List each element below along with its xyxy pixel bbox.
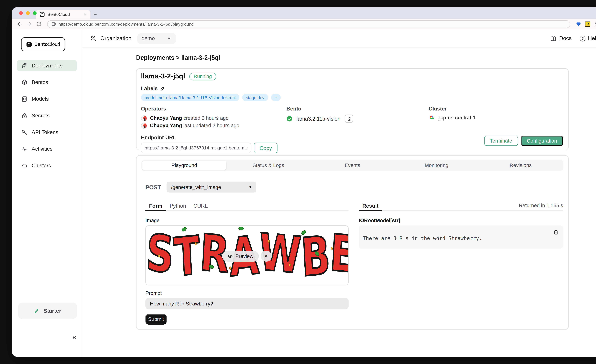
sidebar-item-models[interactable]: Models bbox=[17, 93, 77, 104]
starter-plan-button[interactable]: Starter bbox=[18, 303, 77, 319]
copy-result-icon[interactable] bbox=[553, 229, 559, 236]
copy-endpoint-button[interactable]: Copy bbox=[254, 142, 278, 153]
bentocloud-favicon bbox=[39, 12, 45, 17]
lock-icon bbox=[21, 112, 28, 119]
file-icon bbox=[347, 116, 351, 121]
playground-card: Playground Status & Logs Events Monitori… bbox=[136, 155, 569, 330]
url-text[interactable]: https://demo.cloud.bentoml.com/deploymen… bbox=[59, 22, 194, 26]
sidebar-item-activities[interactable]: Activities bbox=[17, 143, 77, 154]
help-link[interactable]: Help bbox=[580, 35, 596, 41]
sidebar-item-label: Activities bbox=[32, 146, 52, 152]
sidebar-item-label: Secrets bbox=[32, 112, 50, 119]
result-output-box: There are 3 R's in the word Strawberry. bbox=[359, 225, 563, 249]
browser-toolbar: https://demo.cloud.bentoml.com/deploymen… bbox=[12, 19, 596, 29]
new-tab-button[interactable] bbox=[90, 10, 100, 19]
sidebar-item-clusters[interactable]: Clusters bbox=[17, 160, 77, 171]
operator-action: last updated 2 hours ago bbox=[183, 123, 239, 128]
app-header: Organization demo Docs Hel bbox=[82, 29, 596, 48]
browser-tab[interactable]: BentoCloud bbox=[36, 10, 90, 19]
request-tabs: Form Python CURL bbox=[145, 201, 349, 211]
operator-row: Chaoyu Yang created 3 hours ago bbox=[141, 115, 286, 122]
cluster-name[interactable]: gcp-us-central-1 bbox=[438, 115, 476, 121]
collapse-sidebar-icon[interactable]: « bbox=[73, 334, 76, 340]
sidebar-item-deployments[interactable]: Deployments bbox=[17, 60, 77, 71]
configuration-button[interactable]: Configuration bbox=[521, 136, 563, 146]
minimize-window-button[interactable] bbox=[26, 11, 30, 15]
sidebar-item-label: Deployments bbox=[32, 63, 63, 69]
tab-monitoring[interactable]: Monitoring bbox=[395, 161, 478, 170]
cluster-heading: Cluster bbox=[429, 106, 564, 112]
bento-manifest-button[interactable] bbox=[345, 115, 353, 123]
extension-gem-icon[interactable] bbox=[575, 21, 582, 27]
sidebar: BentoCloud Deployments Bentos Models bbox=[12, 29, 82, 357]
box-icon bbox=[21, 79, 28, 86]
screenshot-stage: BentoCloud https://demo.cloud.bentoml.co… bbox=[0, 0, 596, 364]
bentocloud-logo[interactable]: BentoCloud bbox=[21, 37, 65, 51]
organization-select[interactable]: demo bbox=[137, 33, 176, 44]
sidebar-item-bentos[interactable]: Bentos bbox=[17, 77, 77, 88]
dropdown-arrow-icon bbox=[249, 185, 252, 189]
reload-icon[interactable] bbox=[36, 21, 42, 27]
preview-button[interactable]: Preview bbox=[222, 251, 259, 262]
endpoint-url-input[interactable] bbox=[141, 142, 251, 153]
bento-column: Bento llama3.2:11b-vision bbox=[286, 106, 429, 129]
sidebar-item-label: Models bbox=[32, 96, 49, 102]
close-tab-icon[interactable] bbox=[83, 12, 87, 17]
organization-value: demo bbox=[142, 35, 155, 41]
starter-label: Starter bbox=[44, 308, 61, 314]
forward-icon[interactable] bbox=[26, 21, 33, 27]
sidebar-item-label: API Tokens bbox=[32, 129, 58, 135]
bento-heading: Bento bbox=[286, 106, 429, 112]
add-label-chip[interactable]: + bbox=[271, 94, 281, 101]
window-controls[interactable] bbox=[19, 11, 37, 15]
maximize-window-button[interactable] bbox=[33, 11, 37, 15]
docs-book-icon bbox=[550, 35, 557, 42]
tab-result[interactable]: Result bbox=[359, 201, 382, 210]
tab-curl[interactable]: CURL bbox=[190, 201, 211, 210]
site-info-globe-icon[interactable] bbox=[51, 22, 56, 26]
result-text: There are 3 R's in the word Strawberry. bbox=[363, 235, 482, 241]
prompt-input[interactable] bbox=[145, 298, 349, 309]
image-preview-box[interactable]: STRAWBERRY bbox=[145, 225, 349, 285]
operator-action: created 3 hours ago bbox=[183, 115, 229, 121]
tab-python[interactable]: Python bbox=[166, 201, 190, 210]
back-icon[interactable] bbox=[16, 21, 23, 27]
label-chip-model[interactable]: model:meta-llama/Llama-3.2-11B-Vision-In… bbox=[141, 94, 239, 101]
tab-revisions[interactable]: Revisions bbox=[479, 161, 563, 170]
docs-link[interactable]: Docs bbox=[550, 35, 572, 42]
tab-playground[interactable]: Playground bbox=[142, 161, 226, 170]
extensions-puzzle-icon[interactable] bbox=[594, 21, 596, 27]
sidebar-item-api-tokens[interactable]: API Tokens bbox=[17, 127, 77, 138]
extension-r-icon[interactable]: R bbox=[585, 21, 590, 27]
help-icon bbox=[580, 36, 586, 41]
bentocloud-app: BentoCloud Deployments Bentos Models bbox=[12, 29, 596, 357]
result-panel: Result Returned in 1.165 s IORootModel[s… bbox=[359, 201, 563, 325]
image-field-label: Image bbox=[145, 218, 349, 223]
terminate-button[interactable]: Terminate bbox=[484, 136, 518, 146]
sidebar-item-label: Clusters bbox=[32, 163, 51, 169]
close-window-button[interactable] bbox=[19, 11, 23, 15]
bento-name[interactable]: llama3.2:11b-vision bbox=[295, 116, 340, 122]
sidebar-item-secrets[interactable]: Secrets bbox=[17, 110, 77, 121]
edit-pencil-icon[interactable] bbox=[160, 86, 165, 91]
deployment-name: llama-3-2-j5ql bbox=[141, 72, 185, 81]
tab-form[interactable]: Form bbox=[145, 201, 166, 210]
eye-icon bbox=[228, 253, 233, 259]
label-chip-stage[interactable]: stage:dev bbox=[242, 94, 268, 101]
header-actions: Docs Help bbox=[550, 33, 596, 43]
organization-switcher: Organization demo bbox=[90, 33, 176, 44]
url-bar[interactable]: https://demo.cloud.bentoml.com/deploymen… bbox=[47, 20, 570, 28]
activity-pulse-icon bbox=[21, 146, 28, 152]
tab-status-logs[interactable]: Status & Logs bbox=[226, 161, 310, 170]
sidebar-nav: Deployments Bentos Models Secrets bbox=[12, 60, 82, 171]
tab-events[interactable]: Events bbox=[310, 161, 395, 170]
operator-name: Chaoyu Yang bbox=[150, 115, 182, 121]
model-file-icon bbox=[21, 96, 28, 102]
gcp-cloud-icon bbox=[429, 115, 435, 121]
endpoint-route-select[interactable]: /generate_with_image bbox=[167, 182, 256, 193]
result-type-label: IORootModel[str] bbox=[359, 218, 563, 223]
help-label: Help bbox=[588, 35, 596, 41]
remove-image-button[interactable] bbox=[261, 251, 272, 262]
submit-button[interactable]: Submit bbox=[145, 314, 166, 325]
browser-window: BentoCloud https://demo.cloud.bentoml.co… bbox=[12, 7, 596, 357]
